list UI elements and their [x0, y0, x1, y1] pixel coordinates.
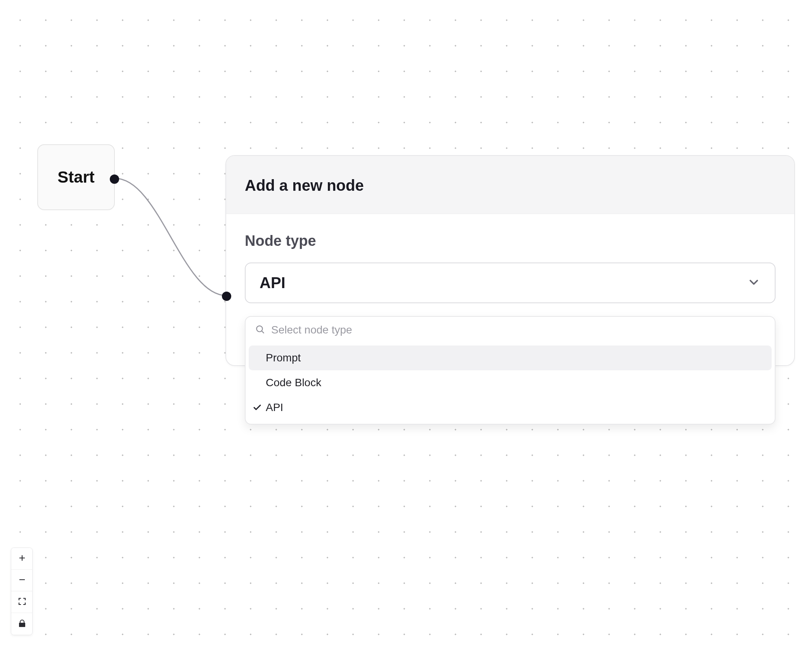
fullscreen-icon [17, 597, 27, 607]
fit-view-button[interactable] [11, 591, 33, 613]
panel-header: Add a new node [226, 156, 794, 214]
node-type-label: Node type [245, 233, 776, 249]
svg-line-1 [262, 331, 264, 333]
add-node-panel: Add a new node Node type API Prompt [225, 155, 795, 366]
listbox-item-label: API [266, 401, 283, 414]
listbox-search-row [246, 317, 775, 343]
plus-icon [17, 553, 27, 564]
svg-point-0 [256, 326, 262, 332]
node-type-listbox: Prompt Code Block API [245, 316, 776, 425]
start-node-label: Start [57, 168, 95, 187]
panel-body: Node type API Prompt [226, 214, 794, 365]
listbox-item-prompt[interactable]: Prompt [249, 345, 772, 370]
listbox-search-input[interactable] [271, 324, 765, 336]
listbox-item-label: Prompt [266, 352, 301, 364]
listbox-item-label: Code Block [266, 377, 321, 389]
zoom-in-button[interactable] [11, 548, 33, 570]
listbox-item-code-block[interactable]: Code Block [249, 370, 772, 395]
search-icon [255, 324, 265, 336]
start-node-output-port[interactable] [110, 174, 119, 184]
lock-icon [17, 619, 27, 629]
listbox-items: Prompt Code Block API [246, 343, 775, 424]
node-type-selected-value: API [260, 274, 286, 292]
minus-icon [17, 575, 27, 586]
lock-button[interactable] [11, 613, 33, 635]
listbox-item-api[interactable]: API [249, 395, 772, 420]
view-controls [11, 548, 33, 635]
check-icon [253, 403, 262, 412]
node-type-select[interactable]: API [245, 263, 776, 303]
start-node[interactable]: Start [37, 144, 115, 210]
chevron-down-icon [747, 275, 761, 291]
panel-title: Add a new node [245, 177, 776, 194]
zoom-out-button[interactable] [11, 570, 33, 591]
